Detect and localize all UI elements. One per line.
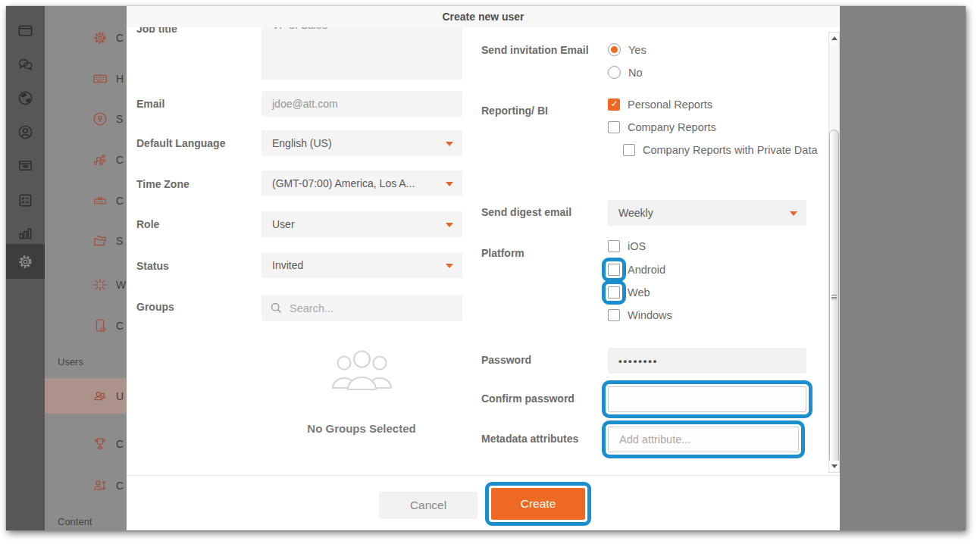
- checkbox-icon[interactable]: [623, 144, 635, 156]
- email-input[interactable]: jdoe@att.com: [261, 91, 462, 117]
- chevron-down-icon: [446, 223, 453, 227]
- send-invitation-label: Send invitation Email: [481, 44, 589, 56]
- trophy-icon: [92, 436, 108, 452]
- job-title-input[interactable]: VP of Sales: [261, 27, 462, 80]
- subnav-item-label: H: [116, 73, 124, 85]
- subnav-item-device[interactable]: C: [45, 311, 127, 341]
- digest-select[interactable]: Weekly: [608, 200, 806, 226]
- user-circle-icon[interactable]: [6, 115, 45, 149]
- subnav-item-label: C: [116, 195, 124, 207]
- password-label: Password: [481, 354, 531, 366]
- device-gear-icon: [92, 317, 108, 334]
- subnav-item-configure[interactable]: C: [45, 23, 127, 53]
- personal-reports-checkbox[interactable]: Personal Reports: [608, 98, 712, 111]
- subnav-item-label: C: [116, 480, 124, 492]
- checkbox-icon[interactable]: [608, 240, 620, 252]
- subnav-item-label: U: [116, 390, 124, 402]
- role-select[interactable]: User: [261, 211, 462, 237]
- checkbox-icon[interactable]: [608, 309, 620, 321]
- checkbox-icon-highlighted[interactable]: [608, 264, 620, 276]
- subnav-item-label: C: [116, 154, 124, 166]
- subnav-item-label: S: [116, 235, 123, 247]
- user-arrows-icon: [92, 477, 108, 494]
- chat-icon[interactable]: [6, 48, 45, 82]
- confirm-password-label: Confirm password: [481, 392, 575, 405]
- group-people-icon: [326, 344, 398, 394]
- digest-label: Send digest email: [481, 206, 571, 218]
- subnav-item-label: C: [116, 32, 124, 44]
- burst-icon: [92, 277, 108, 293]
- create-button[interactable]: Create: [491, 488, 585, 520]
- platform-windows-checkbox[interactable]: Windows: [608, 309, 672, 321]
- cancel-button[interactable]: Cancel: [379, 492, 477, 519]
- invite-yes-radio[interactable]: Yes: [608, 43, 647, 56]
- confirm-password-input[interactable]: [608, 386, 806, 412]
- chevron-down-icon: [446, 264, 453, 268]
- no-groups-empty-state: No Groups Selected: [293, 422, 430, 436]
- subnav-item-h[interactable]: H: [45, 64, 127, 94]
- language-select[interactable]: English (US): [261, 130, 462, 156]
- subnav-item-security[interactable]: S: [45, 104, 127, 134]
- subnav-item-users[interactable]: U: [45, 378, 127, 414]
- reporting-bi-label: Reporting/ BI: [481, 105, 548, 117]
- scrollbar-grip-icon: [831, 294, 837, 301]
- modal-footer: Cancel Create: [127, 475, 840, 530]
- subnav-item-folders[interactable]: S: [45, 226, 127, 256]
- primary-nav-rail: [6, 6, 45, 530]
- gear-icon: [92, 30, 108, 46]
- job-title-label: Job title: [136, 27, 177, 35]
- checkbox-checked-icon[interactable]: [608, 98, 620, 111]
- subnav-item-badge[interactable]: C: [45, 186, 127, 216]
- checkbox-icon[interactable]: [608, 121, 620, 133]
- password-input[interactable]: ••••••••: [608, 348, 806, 374]
- network-icon: [92, 152, 108, 168]
- subnav-item-label: S: [116, 113, 123, 125]
- platform-web-checkbox[interactable]: Web: [608, 286, 650, 299]
- groups-search-input[interactable]: Search...: [261, 295, 462, 321]
- platform-label: Platform: [481, 247, 524, 259]
- metadata-input[interactable]: Add attribute...: [608, 427, 799, 452]
- keyboard-icon: [92, 70, 108, 87]
- settings-subnav: C H S C C S W C Users U C: [45, 6, 127, 530]
- timezone-label: Time Zone: [136, 178, 189, 190]
- settings-gear-icon[interactable]: [6, 244, 45, 279]
- subnav-item-w[interactable]: W: [45, 270, 127, 300]
- admin-console: C H S C C S W C Users U C: [6, 6, 966, 530]
- radio-icon[interactable]: [608, 66, 621, 79]
- timezone-select[interactable]: (GMT-07:00) America, Los A...: [261, 170, 462, 196]
- company-reports-private-checkbox[interactable]: Company Reports with Private Data: [623, 144, 818, 156]
- radio-selected-icon[interactable]: [608, 43, 621, 56]
- subnav-item-connections[interactable]: C: [45, 145, 127, 175]
- subnav-section-content: Content: [58, 516, 92, 527]
- platform-android-checkbox[interactable]: Android: [608, 264, 665, 276]
- status-select[interactable]: Invited: [261, 252, 462, 278]
- subnav-item-trophy[interactable]: C: [45, 429, 127, 459]
- modal-scrollbar[interactable]: [828, 32, 840, 473]
- modal-title: Create new user: [127, 6, 840, 27]
- checkbox-icon-highlighted[interactable]: [608, 286, 620, 299]
- modal-body: Job title VP of Sales Email jdoe@att.com…: [127, 27, 840, 475]
- language-label: Default Language: [136, 137, 225, 149]
- lock-icon: [92, 111, 108, 127]
- archive-box-icon[interactable]: [6, 149, 45, 183]
- scrollbar-thumb[interactable]: [829, 130, 839, 464]
- create-button-highlight: Create: [491, 488, 585, 520]
- chevron-down-icon: [790, 211, 797, 216]
- scroll-down-button[interactable]: [829, 461, 839, 472]
- scroll-up-button[interactable]: [829, 33, 839, 44]
- invite-no-radio[interactable]: No: [608, 66, 643, 79]
- subnav-item-user-sync[interactable]: C: [45, 471, 127, 501]
- folders-icon: [92, 233, 108, 249]
- users-group-icon: [92, 388, 108, 405]
- status-label: Status: [136, 260, 169, 272]
- subnav-item-label: W: [116, 279, 126, 291]
- globe-icon[interactable]: [6, 81, 45, 115]
- browser-icon[interactable]: [6, 14, 45, 48]
- company-reports-checkbox[interactable]: Company Reports: [608, 121, 716, 133]
- subnav-item-label: C: [116, 438, 124, 450]
- checklist-icon[interactable]: [6, 183, 45, 217]
- platform-ios-checkbox[interactable]: iOS: [608, 240, 646, 252]
- search-icon: [270, 302, 283, 314]
- groups-label: Groups: [136, 301, 174, 313]
- create-new-user-modal: Create new user Job title VP of Sales Em…: [127, 6, 840, 530]
